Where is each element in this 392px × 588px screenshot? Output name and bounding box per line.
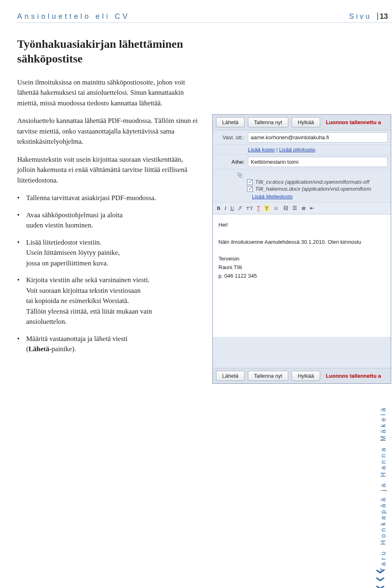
bold-icon[interactable]: B (217, 205, 220, 212)
italic-icon[interactable]: I (225, 205, 226, 212)
outdent-icon[interactable]: ⇤ (310, 205, 314, 212)
email-signature-2: Rauni TIlli (218, 263, 385, 272)
page-title: Työnhakuasiakirjan lähettäminen sähköpos… (17, 37, 392, 67)
header-right: Sivu 13 (349, 12, 388, 21)
chevron-down-icon: ⌄⌄⌄ (374, 565, 386, 588)
draft-saved-label: Luonnos tallennettu a (326, 119, 381, 125)
add-attachment-link[interactable]: Lisää liitetiedosto (252, 194, 388, 200)
attachment-row: Tilli_cv.docx (application/vnd.openxmlfo… (247, 179, 388, 185)
title-line-1: Työnhakuasiakirjan lähettäminen (17, 38, 183, 50)
header-divider (377, 13, 378, 20)
paragraph-2: Ansioluettelo kannattaa lähettää PDF-muo… (17, 116, 202, 147)
save-now-button-bottom[interactable]: Tallenna nyt (248, 371, 288, 381)
emoji-icon[interactable]: ☺ (273, 205, 278, 212)
header-left: Ansioluettelo eli CV (17, 12, 130, 21)
add-cc-link[interactable]: Lisää kopio (248, 147, 275, 153)
email-greeting: Hei! (218, 221, 385, 229)
body-column: Usein ilmoituksissa on mainittu sähköpos… (17, 77, 202, 354)
title-line-2: sähköpostitse (17, 52, 82, 65)
attachment-checkbox[interactable] (247, 186, 253, 192)
instruction-list: Tallenna tarvittavat asiakirjasi PDF-muo… (17, 193, 202, 354)
draft-saved-label-bottom: Luonnos tallennettu a (326, 373, 381, 379)
recipient-row: Vast. ott.: aarne.korhonen@ravintolakuha… (213, 130, 391, 145)
list-item: Tallenna tarvittavat asiakirjasi PDF-muo… (26, 193, 202, 203)
text-color-icon[interactable]: T̲ (257, 205, 260, 212)
send-label-strong: Lähetä (29, 345, 49, 353)
send-button[interactable]: Lähetä (216, 117, 245, 127)
recipient-label: Vast. ott.: (216, 134, 245, 140)
email-body-line: Näin ilmoituksenne Aamulehdessä 30.1.201… (218, 238, 385, 247)
send-button-bottom[interactable]: Lähetä (216, 371, 245, 381)
underline-icon[interactable]: U (230, 205, 234, 212)
header-page-label: Sivu (349, 12, 372, 20)
numbered-list-icon[interactable]: ☰ (292, 205, 297, 212)
add-bcc-link[interactable]: Lisää piilokopio (279, 147, 315, 153)
email-body-area[interactable]: Hei! Näin ilmoituksenne Aamulehdessä 30.… (213, 214, 391, 337)
cc-links: Lisää kopio | Lisää piilokopio (213, 145, 391, 155)
formatting-toolbar: B I U 𝓕 ᴛT T̲ T ☺ ⛓ ☰ ≣ ⇤ (213, 203, 391, 214)
attachment-checkbox[interactable] (247, 179, 253, 185)
bullet-list-icon[interactable]: ≣ (301, 205, 306, 212)
attachment-name[interactable]: Tilli_cv.docx (application/vnd.openxmlfo… (255, 179, 369, 185)
paragraph-1: Usein ilmoituksissa on mainittu sähköpos… (17, 77, 202, 109)
list-item: Määritä vastaanottaja ja lähetä viesti (… (26, 334, 202, 354)
email-compose-screenshot: Lähetä Tallenna nyt Hylkää Luonnos talle… (212, 114, 391, 384)
attachment-row: Tilli_hakemus.docx (application/vnd.open… (247, 186, 388, 192)
font-icon[interactable]: 𝓕 (238, 205, 242, 212)
email-signature-3: p. 046 1122 345 (218, 272, 385, 281)
page-header: Ansioluettelo eli CV Sivu 13 (17, 12, 392, 23)
list-item: Lisää liitetiedostot viestiin. Usein lii… (26, 237, 202, 269)
attachments-block: 📎 Tilli_cv.docx (application/vnd.openxml… (213, 169, 391, 203)
list-item: Avaa sähköpostiohjelmasi ja aloita uuden… (26, 210, 202, 231)
email-toolbar-bottom: Lähetä Tallenna nyt Hylkää Luonnos talle… (213, 368, 391, 383)
subject-label: Aihe: (216, 159, 245, 165)
paragraph-3: Hakemustekstin voit usein kirjoittaa suo… (17, 154, 202, 186)
subject-row: Aihe: Keittiömestarin toimi (213, 155, 391, 169)
email-signature-1: Terveisin (218, 255, 385, 263)
size-icon[interactable]: ᴛT (246, 205, 253, 212)
link-icon[interactable]: ⛓ (283, 205, 288, 212)
email-toolbar-top: Lähetä Tallenna nyt Hylkää Luonnos talle… (213, 115, 391, 130)
discard-button-bottom[interactable]: Hylkää (292, 371, 320, 381)
author-vertical: Taru Honkapää ja Hanna Mäkelä (380, 405, 387, 572)
save-now-button[interactable]: Tallenna nyt (248, 117, 288, 127)
recipient-field[interactable]: aarne.korhonen@ravintolakuha.fi (248, 132, 388, 143)
attachment-name[interactable]: Tilli_hakemus.docx (application/vnd.open… (255, 186, 371, 192)
subject-field[interactable]: Keittiömestarin toimi (248, 157, 388, 167)
list-item: Kirjoita viestiin aihe sekä varsinainen … (26, 275, 202, 327)
page-number: 13 (380, 12, 388, 20)
highlight-icon[interactable]: T (264, 205, 269, 212)
discard-button[interactable]: Hylkää (292, 117, 320, 127)
paperclip-icon: 📎 (236, 172, 243, 178)
